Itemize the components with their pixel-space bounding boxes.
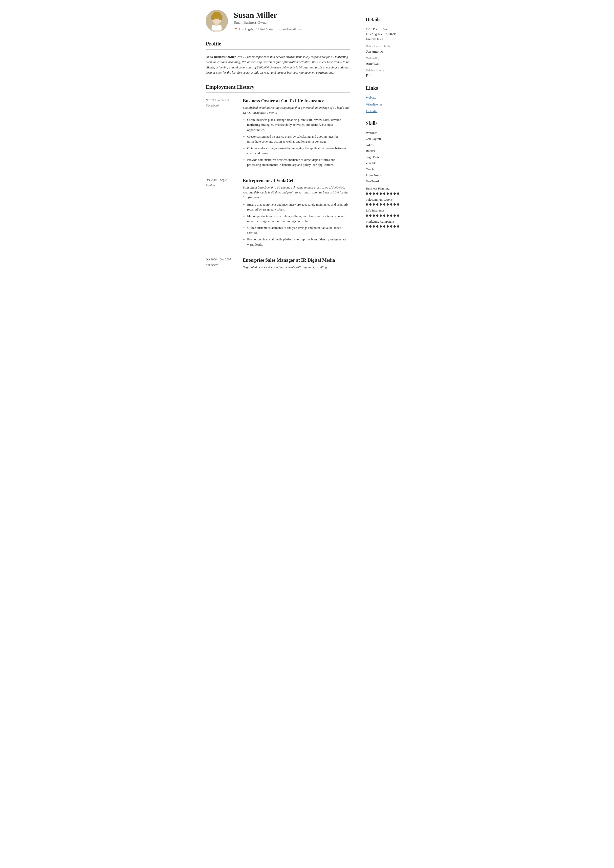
skill-item: Lotus Notes (366, 173, 411, 178)
bullet-item: Provide administrative services inclusiv… (247, 157, 350, 167)
dob-value: San Antonio (366, 49, 411, 54)
dot (376, 203, 378, 206)
job-dates: Oct 2006 – Dec 2007 (206, 257, 243, 262)
dot (397, 225, 399, 228)
skill-item: VanGuard (366, 179, 411, 184)
skills-section: Skills WorkEtc Zen Payroll Adios Booker … (366, 119, 411, 228)
job-dates: Nov 2013 – Present (206, 98, 243, 102)
job-bullets: Ensure that equipment and machinery are … (243, 202, 350, 247)
license-value: Full (366, 73, 411, 78)
contact-row: 📍 Los Angeles, United States susan@email… (234, 27, 302, 32)
dot (393, 225, 396, 228)
skill-item: Zenefits (366, 161, 411, 166)
nationality-value: American (366, 61, 411, 66)
dot (397, 203, 399, 206)
resume-header: Susan Miller Small Business Owner 📍 Los … (206, 10, 350, 32)
employment-section-title: Employment History (206, 83, 350, 93)
avatar (206, 10, 228, 32)
job-detail: Business Owner at Go-To Life Insurance E… (243, 98, 350, 169)
job-title: Enterprise Sales Manager at IR Digital M… (243, 257, 350, 264)
location-text: Los Angeles, United States (239, 27, 274, 32)
job-entry: Nov 2013 – Present Kennebunk Business Ow… (206, 98, 350, 169)
dotted-skill-name: Telecommunications (366, 197, 411, 202)
dot (380, 192, 382, 195)
job-entry: Dec 2008 – Sep 2013 Portland Entrepreneu… (206, 177, 350, 249)
dot (390, 192, 392, 195)
link-linkedin[interactable]: Linkedin (366, 109, 411, 114)
candidate-title: Small Business Owner (234, 20, 302, 25)
dot (390, 203, 392, 206)
bullet-item: Obtains underwriting approval by managin… (247, 146, 350, 156)
job-bullets: Create business plans, arrange financing… (243, 117, 350, 167)
svg-point-4 (219, 14, 222, 20)
dot (366, 192, 368, 195)
dot (366, 203, 368, 206)
header-info: Susan Miller Small Business Owner 📍 Los … (234, 10, 302, 32)
dot (373, 225, 375, 228)
dot (397, 192, 399, 195)
skill-item: Zen Payroll (366, 136, 411, 141)
address-line2: Los Angeles, CA 90291, (366, 32, 397, 36)
skill-dots (366, 203, 411, 206)
job-meta: Oct 2006 – Dec 2007 Nantucket (206, 257, 243, 272)
dot (383, 214, 385, 217)
skill-item: Oracle (366, 167, 411, 172)
dot (393, 203, 396, 206)
dot (369, 203, 372, 206)
dotted-skill-name: Business Planning (366, 186, 411, 191)
link-visualizeme[interactable]: Visualize.me (366, 102, 411, 107)
dotted-skill-name: Life Insurance (366, 208, 411, 213)
dotted-skill-name: Marketing Campaigns (366, 219, 411, 224)
bullet-item: Ensure that equipment and machinery are … (247, 202, 350, 212)
job-entry: Oct 2006 – Dec 2007 Nantucket Enterprise… (206, 257, 350, 272)
address: 1515 Pacific Ave Los Angeles, CA 90291, … (366, 27, 411, 42)
skill-item: Adios (366, 143, 411, 147)
bullet-item: Market products such as wireless, cellul… (247, 214, 350, 223)
job-meta: Dec 2008 – Sep 2013 Portland (206, 177, 243, 249)
nationality-label: Nationality (366, 56, 411, 60)
dot (393, 214, 396, 217)
dot (387, 214, 389, 217)
job-city: Kennebunk (206, 103, 243, 108)
links-section: Links Website Visualize.me Linkedin (366, 84, 411, 114)
job-subtitle: Negotiated new service level agreements … (243, 265, 350, 270)
left-column: Susan Miller Small Business Owner 📍 Los … (196, 0, 359, 868)
location-icon: 📍 (234, 27, 238, 32)
job-dates: Dec 2008 – Sep 2013 (206, 178, 243, 182)
skill-dots (366, 225, 411, 228)
dot (376, 214, 378, 217)
skill-item: WorkEtc (366, 130, 411, 135)
dot (373, 214, 375, 217)
right-column: Details 1515 Pacific Ave Los Angeles, CA… (359, 0, 418, 868)
dot (390, 214, 392, 217)
address-line3: United States (366, 37, 383, 41)
dot (387, 225, 389, 228)
skill-dots (366, 214, 411, 217)
bullet-item: Create customized insurance plans by cal… (247, 134, 350, 144)
svg-rect-7 (215, 23, 218, 26)
bullet-item: Promotion via social media platforms to … (247, 237, 350, 247)
candidate-name: Susan Miller (234, 10, 302, 20)
link-website[interactable]: Website (366, 95, 411, 100)
email-text: susan@email.com (278, 27, 302, 32)
skill-dots (366, 192, 411, 195)
dot (383, 203, 385, 206)
dot (366, 225, 368, 228)
dot (387, 192, 389, 195)
address-line1: 1515 Pacific Ave (366, 27, 388, 31)
job-detail: Enterprise Sales Manager at IR Digital M… (243, 257, 350, 272)
bullet-item: Utilize customer statements to analyze s… (247, 225, 350, 235)
details-section: Details 1515 Pacific Ave Los Angeles, CA… (366, 16, 411, 78)
job-city: Nantucket (206, 263, 243, 267)
dot (376, 225, 378, 228)
profile-section: Profile Small Business Owner with 10 yea… (206, 40, 350, 75)
job-subtitle: Built client base from 0 to 60 clients, … (243, 185, 350, 200)
dob-label: Date / Place of birth (366, 44, 411, 48)
dot (366, 214, 368, 217)
email-item: susan@email.com (278, 27, 302, 32)
job-city: Portland (206, 183, 243, 188)
job-detail: Entrepreneur at VodaCell Built client ba… (243, 177, 350, 249)
links-title: Links (366, 84, 411, 91)
dot (380, 214, 382, 217)
dot (373, 203, 375, 206)
